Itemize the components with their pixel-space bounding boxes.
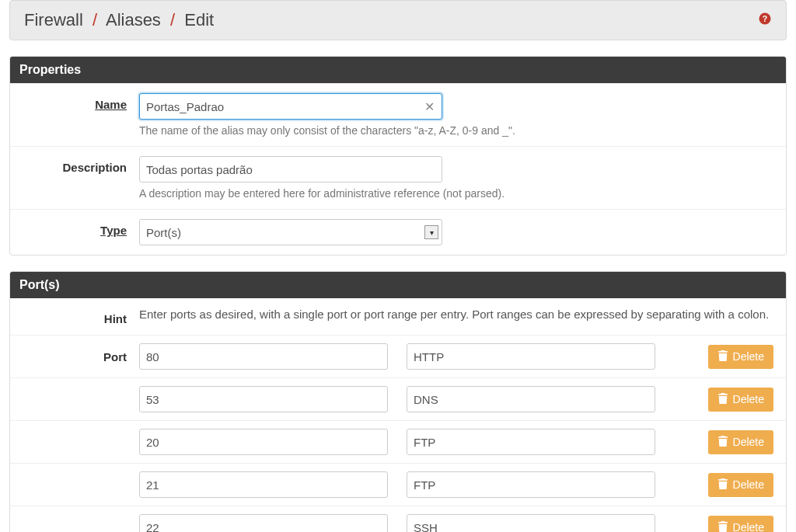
type-select[interactable]: Port(s) ▾ (139, 219, 442, 245)
port-cols: Delete (139, 514, 773, 532)
port-value-input[interactable] (139, 386, 388, 412)
delete-label: Delete (733, 393, 764, 405)
delete-button[interactable]: Delete (708, 388, 773, 412)
breadcrumb-aliases[interactable]: Aliases (106, 10, 161, 30)
port-cols: Delete (139, 471, 773, 498)
delete-button[interactable]: Delete (708, 473, 773, 497)
breadcrumb: Firewall / Aliases / Edit (24, 10, 214, 30)
delete-label: Delete (733, 478, 764, 491)
panel-heading-properties: Properties (10, 57, 786, 83)
label-port: Port (23, 350, 139, 363)
port-cols: Delete (139, 386, 773, 412)
delete-label: Delete (733, 350, 764, 363)
port-desc-input[interactable] (407, 514, 655, 532)
delete-label: Delete (733, 521, 764, 532)
description-input[interactable] (139, 156, 442, 183)
label-name: Name (23, 93, 139, 111)
breadcrumb-sep: / (93, 10, 97, 30)
port-cols: Delete (139, 343, 773, 370)
hint-text: Enter ports as desired, with a single po… (139, 308, 773, 321)
port-desc-input[interactable] (407, 429, 655, 455)
breadcrumb-firewall[interactable]: Firewall (24, 10, 83, 30)
description-help-text: A description may be entered here for ad… (139, 187, 773, 200)
panel-properties: Properties Name ✕ The name of the alias … (9, 56, 787, 256)
panel-ports: Port(s) Hint Enter ports as desired, wit… (9, 271, 787, 532)
trash-icon (717, 350, 728, 363)
trash-icon (717, 436, 728, 449)
delete-label: Delete (733, 436, 764, 448)
svg-text:?: ? (763, 13, 767, 23)
port-row: Delete (10, 420, 786, 463)
form-group-name: Name ✕ The name of the alias may only co… (10, 83, 786, 146)
type-select-value: Port(s) (146, 226, 181, 239)
trash-icon (717, 521, 728, 533)
form-group-type: Type Port(s) ▾ (10, 209, 786, 255)
help-icon[interactable]: ? (758, 12, 772, 30)
port-desc-input[interactable] (407, 386, 655, 412)
panel-heading-ports: Port(s) (10, 272, 786, 298)
delete-button[interactable]: Delete (708, 345, 773, 369)
port-row: Delete (10, 506, 786, 532)
clear-icon[interactable]: ✕ (424, 99, 435, 114)
trash-icon (717, 478, 728, 492)
label-type: Type (23, 219, 139, 237)
breadcrumb-edit: Edit (184, 10, 214, 30)
port-desc-input[interactable] (407, 343, 655, 370)
name-help-text: The name of the alias may only consist o… (139, 124, 773, 137)
port-row: Delete (10, 463, 786, 506)
name-input[interactable] (139, 93, 442, 120)
port-row: PortDelete (10, 335, 786, 377)
delete-button[interactable]: Delete (708, 516, 773, 533)
chevron-down-icon: ▾ (424, 225, 438, 239)
label-description: Description (23, 156, 139, 174)
label-hint: Hint (23, 308, 139, 325)
port-row: Delete (10, 377, 786, 420)
delete-button[interactable]: Delete (708, 430, 773, 454)
form-group-description: Description A description may be entered… (10, 146, 786, 209)
trash-icon (717, 393, 728, 406)
port-cols: Delete (139, 429, 773, 455)
port-value-input[interactable] (139, 514, 388, 532)
port-desc-input[interactable] (407, 471, 655, 498)
port-value-input[interactable] (139, 429, 388, 455)
port-value-input[interactable] (139, 471, 388, 498)
breadcrumb-sep: / (170, 10, 175, 30)
page-header: Firewall / Aliases / Edit ? (9, 0, 787, 40)
port-value-input[interactable] (139, 343, 388, 370)
form-group-hint: Hint Enter ports as desired, with a sing… (10, 298, 786, 335)
